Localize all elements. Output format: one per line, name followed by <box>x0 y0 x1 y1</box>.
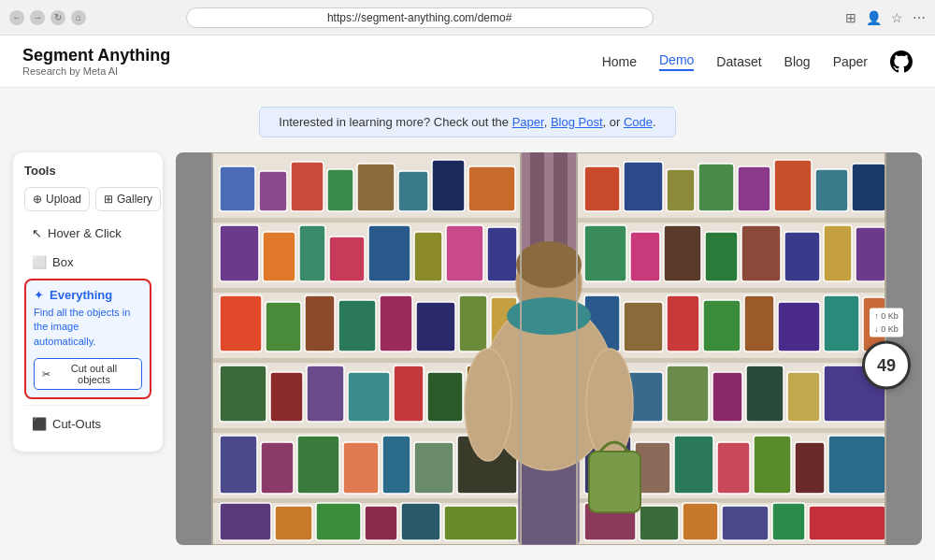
speed-dial: 49 <box>862 341 911 390</box>
banner-link-code[interactable]: Code <box>624 115 653 129</box>
svg-rect-82 <box>824 295 859 352</box>
svg-rect-30 <box>446 225 483 281</box>
svg-rect-59 <box>444 506 517 540</box>
svg-rect-68 <box>584 225 626 281</box>
svg-rect-45 <box>427 372 463 422</box>
svg-rect-67 <box>852 164 885 211</box>
box-icon: ⬜ <box>32 255 47 269</box>
svg-rect-17 <box>259 171 287 211</box>
svg-rect-23 <box>468 166 515 211</box>
svg-rect-38 <box>459 295 487 352</box>
svg-rect-49 <box>297 436 339 494</box>
svg-rect-63 <box>698 164 734 211</box>
svg-rect-12 <box>577 288 885 293</box>
svg-rect-77 <box>624 302 663 352</box>
upload-icon: ⊕ <box>33 193 42 206</box>
svg-rect-47 <box>220 436 257 494</box>
settings-icon[interactable]: ⋯ <box>913 10 926 25</box>
svg-rect-71 <box>705 232 738 281</box>
svg-rect-21 <box>398 171 428 211</box>
browser-icons: ⊞ 👤 ☆ ⋯ <box>845 10 926 25</box>
cut-outs-tool[interactable]: ⬛ Cut-Outs <box>24 411 151 437</box>
tool-row-upload: ⊕ Upload ⊞ Gallery <box>24 187 151 211</box>
svg-rect-79 <box>703 300 741 352</box>
nav-blog[interactable]: Blog <box>784 54 811 69</box>
svg-rect-58 <box>401 503 440 540</box>
tools-panel: Tools ⊕ Upload ⊞ Gallery ↖ Hover & Click <box>13 152 163 452</box>
svg-rect-96 <box>795 442 825 494</box>
svg-rect-64 <box>738 166 770 211</box>
main-content: Tools ⊕ Upload ⊞ Gallery ↖ Hover & Click <box>0 152 935 558</box>
cut-outs-icon: ⬛ <box>32 417 47 431</box>
banner-text-before: Interested in learning more? Check out t… <box>279 115 511 129</box>
github-icon[interactable] <box>890 50 913 73</box>
refresh-button[interactable]: ↻ <box>50 10 65 25</box>
browser-chrome: ← → ↻ ⌂ https://segment-anything.com/dem… <box>0 0 935 36</box>
svg-rect-62 <box>667 169 695 211</box>
svg-rect-89 <box>787 372 820 422</box>
svg-rect-81 <box>778 302 820 352</box>
nav-home[interactable]: Home <box>602 54 637 69</box>
svg-rect-88 <box>746 366 784 422</box>
everything-header: ✦ Everything <box>34 288 112 302</box>
nav-dataset[interactable]: Dataset <box>716 54 761 69</box>
svg-rect-97 <box>828 436 885 494</box>
banner-link-paper[interactable]: Paper <box>512 115 544 129</box>
svg-rect-80 <box>744 295 774 352</box>
profile-icon[interactable]: 👤 <box>866 10 882 25</box>
svg-rect-35 <box>338 300 376 352</box>
app-logo: Segment Anything Research by Meta AI <box>22 46 170 77</box>
svg-rect-66 <box>815 169 848 211</box>
forward-button[interactable]: → <box>30 10 45 25</box>
address-bar[interactable]: https://segment-anything.com/demo# <box>186 7 654 28</box>
upload-button[interactable]: ⊕ Upload <box>24 187 90 211</box>
divider <box>24 405 151 406</box>
svg-rect-28 <box>368 225 410 281</box>
app-subtitle: Research by Meta AI <box>22 65 170 77</box>
nav-demo[interactable]: Demo <box>659 52 694 71</box>
everything-tool[interactable]: ✦ Everything Find all the objects in the… <box>24 279 151 399</box>
svg-rect-27 <box>329 237 365 281</box>
speed-indicator: ↑ 0 Kb ↓ 0 Kb 49 <box>862 309 911 390</box>
sparkle-icon: ✦ <box>34 288 44 302</box>
svg-rect-50 <box>343 442 379 494</box>
gallery-label: Gallery <box>117 193 152 206</box>
cursor-icon: ↖ <box>32 226 42 240</box>
svg-rect-33 <box>266 302 301 352</box>
svg-rect-75 <box>856 227 885 281</box>
favorites-icon[interactable]: ☆ <box>891 10 903 25</box>
cut-outs-label: Cut-Outs <box>52 417 101 431</box>
svg-rect-74 <box>824 225 852 281</box>
svg-rect-86 <box>667 366 709 422</box>
banner-link-blog[interactable]: Blog Post <box>551 115 603 129</box>
download-rate: ↓ 0 Kb <box>874 323 899 336</box>
svg-rect-37 <box>416 302 455 352</box>
svg-rect-55 <box>275 506 312 540</box>
svg-rect-69 <box>630 232 660 281</box>
app-title: Segment Anything <box>22 46 170 65</box>
svg-point-110 <box>516 241 582 288</box>
nav-paper[interactable]: Paper <box>833 54 868 69</box>
svg-rect-72 <box>741 225 781 281</box>
hover-click-tool[interactable]: ↖ Hover & Click <box>24 221 151 246</box>
svg-rect-44 <box>394 366 424 422</box>
svg-rect-6 <box>212 218 521 223</box>
svg-rect-26 <box>299 225 325 281</box>
info-banner: Interested in learning more? Check out t… <box>259 107 675 137</box>
svg-rect-73 <box>784 232 820 281</box>
tools-title: Tools <box>24 164 151 178</box>
svg-rect-61 <box>624 162 663 211</box>
svg-rect-99 <box>640 506 679 540</box>
image-area[interactable]: ↑ 0 Kb ↓ 0 Kb 49 <box>176 152 922 545</box>
svg-rect-102 <box>772 503 805 540</box>
svg-rect-94 <box>717 442 750 494</box>
back-button[interactable]: ← <box>9 10 24 25</box>
gallery-button[interactable]: ⊞ Gallery <box>95 187 161 211</box>
box-tool[interactable]: ⬜ Box <box>24 250 151 275</box>
home-button[interactable]: ⌂ <box>71 10 86 25</box>
svg-rect-20 <box>357 164 395 211</box>
svg-rect-93 <box>674 436 713 494</box>
cut-out-all-button[interactable]: ✂ Cut out all objects <box>34 358 142 390</box>
extensions-icon[interactable]: ⊞ <box>845 10 856 25</box>
svg-rect-18 <box>291 162 324 211</box>
